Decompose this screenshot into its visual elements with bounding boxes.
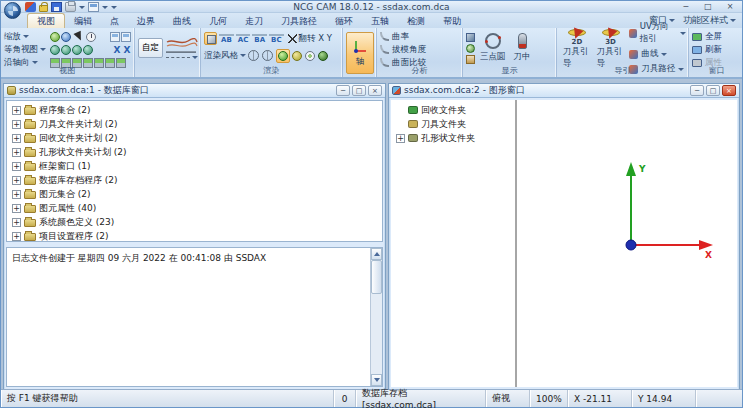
tree-item[interactable]: 孔形状文件夹计划 (2) [7,145,382,159]
ribbon-tab[interactable]: 编辑 [65,14,101,28]
three-point-circle-button[interactable]: 三点圆 [477,28,509,68]
history-view-icon[interactable] [86,32,96,42]
guide-menu-item[interactable]: 曲线 [629,48,686,60]
shaded-selected[interactable] [276,49,290,63]
zoom-extents-icon[interactable]: X [112,45,122,55]
expand-icon[interactable] [396,134,405,143]
view-pair-button[interactable]: BC [269,34,283,44]
zoom-selected-icon[interactable]: X [122,45,132,55]
ribbon-tab[interactable]: 五轴 [362,14,398,28]
window-group-item[interactable]: 刷新 [692,43,742,56]
axis-toggle-button[interactable]: 轴 [346,32,374,74]
single-window-icon[interactable] [110,32,120,42]
expand-icon[interactable] [12,190,21,199]
custom-button[interactable]: 自定 [138,38,163,58]
tree-item[interactable]: 程序集合 (2) [7,103,382,117]
ribbon-tab[interactable]: 几何 [200,14,236,28]
display-shade-icon[interactable] [466,33,475,42]
db-minimize-button[interactable]: ─ [336,85,350,96]
wireframe-icon[interactable] [248,50,259,61]
zoom-out-icon[interactable] [61,32,71,42]
maximize-button[interactable]: □ [700,1,716,12]
graphics-canvas[interactable]: Y X [517,100,737,387]
scrollbar-thumb[interactable] [371,260,382,294]
expand-icon[interactable] [12,176,21,185]
minimize-button[interactable]: ─ [678,1,694,12]
tree-item[interactable]: 回收文件夹计划 (2) [7,131,382,145]
gfx-minimize-button[interactable]: ─ [690,85,704,96]
gfx-restore-button[interactable]: □ [706,85,720,96]
textured-icon[interactable] [318,51,328,61]
tree-item[interactable]: 系统颜色定义 (23) [7,215,382,229]
hidden-line-icon[interactable] [262,50,273,61]
tree-item[interactable]: 孔形状文件夹 [391,131,515,145]
tree-item[interactable]: 刀具文件夹 [391,117,515,131]
curve-sample-icon[interactable] [166,38,198,48]
tree-item[interactable]: 刀具文件夹计划 (2) [7,117,382,131]
display-stock-icon[interactable] [466,55,475,64]
expand-icon[interactable] [12,134,21,143]
tool-guide-button[interactable]: 2D 刀具引导 [560,30,594,70]
tool-guide-button[interactable]: 3D 刀具引导 [594,30,628,70]
dash-style-dropdown[interactable] [166,56,198,59]
view-pair-button[interactable]: AC [236,34,251,44]
ribbon-tab[interactable]: 检测 [398,14,434,28]
tree-item[interactable]: 回收文件夹 [391,103,515,117]
ribbon-tab[interactable]: 循环 [326,14,362,28]
render-selected-swatch[interactable] [204,32,217,45]
ribbon-right-menu[interactable]: 功能区样式 [683,13,736,28]
expand-icon[interactable] [12,232,21,241]
expand-icon[interactable] [12,106,21,115]
ribbon-tab[interactable]: 帮助 [434,14,470,28]
iso-view-4-icon[interactable] [83,45,93,55]
tree-item[interactable]: 图元集合 (2) [7,187,382,201]
select-cursor-icon[interactable] [73,31,84,43]
analysis-item[interactable]: 曲率 [380,30,460,43]
app-menu-button[interactable] [4,2,21,19]
zoom-in-icon[interactable] [50,32,60,42]
iso-view-2-icon[interactable] [61,45,71,55]
tile-window-icon[interactable] [121,32,131,42]
tool-center-button[interactable]: 刀中 [511,28,534,68]
window-group-item[interactable]: 全屏 [692,30,742,43]
scroll-up-icon[interactable] [371,248,382,260]
expand-icon[interactable] [12,162,21,171]
tree-item[interactable]: 数据库存档程序 (2) [7,173,382,187]
view-pair-button[interactable]: AB [219,34,234,44]
ribbon-tab[interactable]: 曲线 [164,14,200,28]
iso-view-dropdown[interactable]: 等角视图 [4,44,50,56]
ribbon-tab[interactable]: 边界 [128,14,164,28]
expand-icon[interactable] [12,218,21,227]
guide-menu-item[interactable]: UV方向指引 [629,21,686,45]
iso-view-3-icon[interactable] [72,45,82,55]
flip-icon[interactable] [288,34,297,43]
zoom-dropdown[interactable]: 缩放 [4,31,50,43]
flip-xy-button[interactable]: 翻转 X Y [299,33,332,45]
graphics-window-titlebar[interactable]: ssdax.com.dca:2 - 图形窗口 ─ □ × [389,84,739,98]
db-restore-button[interactable]: □ [352,85,366,96]
db-close-button[interactable]: × [368,85,382,96]
translucent-icon[interactable] [305,51,315,61]
render-style-dropdown[interactable]: 渲染风格 [204,50,246,62]
ribbon-tab[interactable]: 刀具路径 [272,14,326,28]
expand-icon[interactable] [12,120,21,129]
expand-icon[interactable] [12,148,21,157]
database-window-titlebar[interactable]: ssdax.com.dca:1 - 数据库窗口 ─ □ × [4,84,385,98]
gfx-close-button[interactable]: × [722,85,736,96]
display-sphere-icon[interactable] [466,44,475,53]
analysis-item[interactable]: 拔模角度 [380,43,460,56]
scroll-down-icon[interactable] [371,374,382,386]
ribbon-tab[interactable]: 视图 [27,13,65,28]
tree-item[interactable]: 图元属性 (40) [7,201,382,215]
tree-item[interactable]: 框架窗口 (1) [7,159,382,173]
expand-icon[interactable] [12,204,21,213]
shaded-edges-icon[interactable] [292,51,302,61]
iso-view-1-icon[interactable] [50,45,60,55]
ribbon-tab[interactable]: 走刀 [236,14,272,28]
view-pair-button[interactable]: BA [252,34,267,44]
close-button[interactable]: × [722,1,738,12]
line-sample-icon[interactable] [166,51,196,53]
ribbon-tab[interactable]: 点 [101,14,128,28]
log-scrollbar[interactable] [370,248,382,386]
tree-item[interactable]: 项目设置程序 (2) [7,229,382,242]
